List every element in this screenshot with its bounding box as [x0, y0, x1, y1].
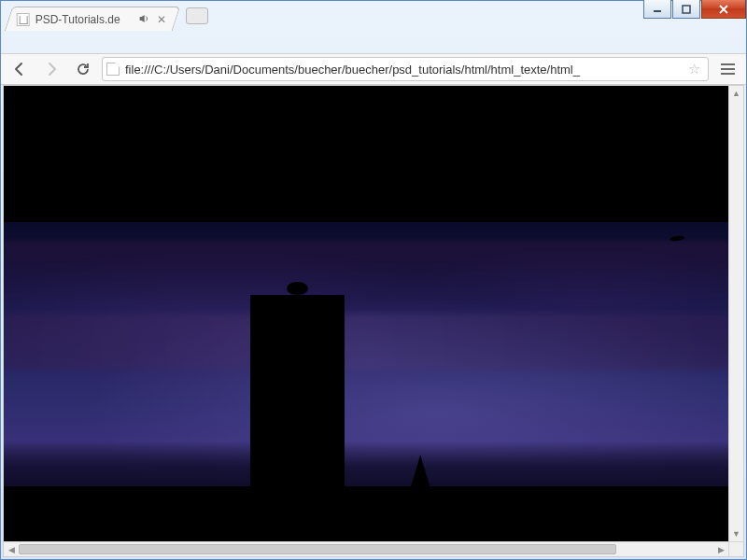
tab-title: PSD-Tutorials.de: [35, 13, 133, 26]
new-tab-button[interactable]: [186, 7, 208, 24]
reload-button[interactable]: [70, 56, 96, 82]
browser-tab[interactable]: PSD-Tutorials.de ✕: [5, 7, 180, 31]
scroll-track[interactable]: [729, 101, 743, 526]
scroll-up-icon[interactable]: ▲: [729, 86, 743, 101]
scroll-left-icon[interactable]: ◀: [4, 542, 19, 556]
svg-rect-1: [683, 6, 690, 13]
audio-icon[interactable]: [138, 13, 149, 26]
tab-strip: PSD-Tutorials.de ✕: [1, 5, 208, 31]
page-icon: [106, 63, 120, 76]
browser-toolbar: file:///C:/Users/Dani/Documents/buecher/…: [1, 53, 746, 85]
content-area: ▲ ▼ ◀ ▶: [3, 85, 744, 557]
scroll-corner: [728, 541, 743, 556]
scroll-thumb[interactable]: [19, 544, 616, 554]
back-button[interactable]: [7, 56, 33, 82]
window-controls: [643, 0, 746, 19]
url-text: file:///C:/Users/Dani/Documents/buecher/…: [125, 63, 679, 77]
tab-close-icon[interactable]: ✕: [155, 13, 168, 26]
scroll-down-icon[interactable]: ▼: [729, 526, 743, 541]
forward-button[interactable]: [38, 56, 64, 82]
scroll-track[interactable]: [19, 542, 713, 556]
vertical-scrollbar[interactable]: ▲ ▼: [728, 86, 743, 541]
page-viewport[interactable]: [4, 86, 728, 541]
maximize-button[interactable]: [672, 0, 700, 19]
scroll-right-icon[interactable]: ▶: [713, 542, 728, 556]
browser-window: PSD-Tutorials.de ✕ file:///C:/Users/Dani…: [0, 0, 747, 560]
minimize-button[interactable]: [643, 0, 671, 19]
address-bar[interactable]: file:///C:/Users/Dani/Documents/buecher/…: [102, 57, 709, 81]
bookmark-star-icon[interactable]: ☆: [684, 61, 704, 77]
file-icon: [17, 13, 30, 26]
horizontal-scrollbar[interactable]: ◀ ▶: [4, 541, 728, 556]
close-button[interactable]: [701, 0, 746, 19]
menu-button[interactable]: [714, 56, 740, 82]
